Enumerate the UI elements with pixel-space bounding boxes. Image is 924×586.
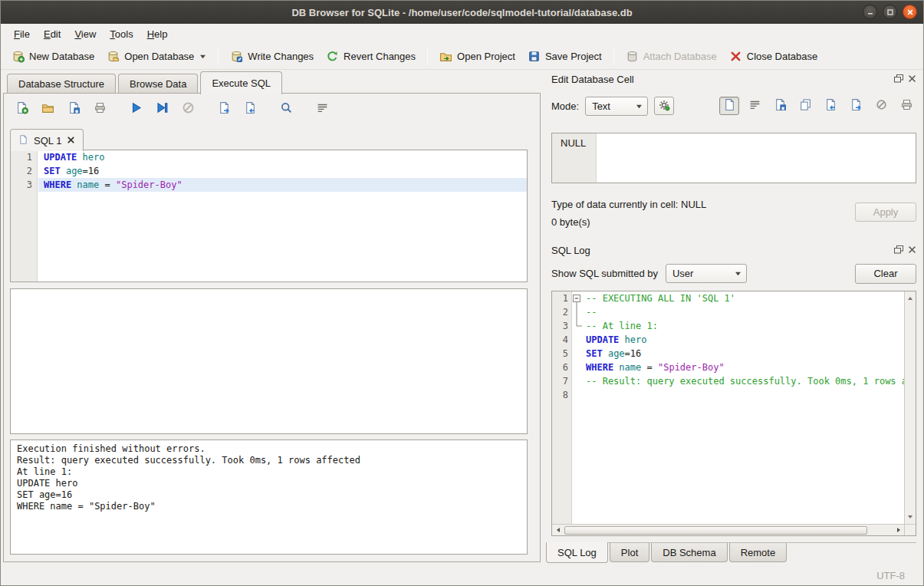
open-sql-file-button[interactable] — [38, 99, 58, 119]
save-sql-file-button[interactable] — [64, 99, 84, 119]
new-database-button[interactable]: New Database — [5, 47, 100, 66]
text-mode-button[interactable] — [719, 97, 739, 115]
open-project-icon — [439, 50, 452, 63]
float-panel-icon[interactable] — [894, 245, 903, 256]
log-filter-select[interactable]: User — [666, 264, 747, 283]
execute-all-button[interactable] — [126, 99, 146, 119]
find-replace-button[interactable] — [276, 99, 297, 119]
close-database-button[interactable]: Close Database — [723, 47, 824, 66]
execute-sql-pane: SQL 1 1UPDATE hero2SET age=163WHERE name… — [3, 93, 541, 562]
close-button[interactable] — [903, 5, 917, 19]
log-line: 1-- EXECUTING ALL IN 'SQL 1' — [552, 291, 904, 305]
fold-mid-icon — [572, 305, 582, 319]
print-cell-button[interactable] — [896, 97, 916, 115]
tab-label: SQL Log — [557, 547, 597, 558]
save-as-button[interactable] — [770, 97, 790, 115]
sql-log-view[interactable]: 1-- EXECUTING ALL IN 'SQL 1'2--3-- At li… — [551, 291, 916, 536]
attach-database-button: Attach Database — [620, 47, 723, 66]
tab-plot[interactable]: Plot — [610, 543, 649, 562]
mode-value: Text — [592, 100, 610, 112]
tab-browse-data[interactable]: Browse Data — [118, 74, 198, 93]
editor-line: 1UPDATE hero — [11, 150, 527, 164]
copy-cell-button[interactable] — [795, 97, 815, 115]
tab-db-schema[interactable]: DB Schema — [651, 543, 727, 562]
scroll-up-icon[interactable] — [905, 293, 916, 304]
tab-remote[interactable]: Remote — [729, 543, 788, 562]
save-project-button[interactable]: Save Project — [521, 47, 608, 66]
execute-current-line-button[interactable] — [152, 99, 173, 119]
word-wrap-cell-button[interactable] — [745, 97, 765, 115]
code-token: hero — [83, 152, 105, 163]
menu-help[interactable]: Help — [140, 26, 175, 42]
scroll-down-icon[interactable] — [905, 512, 916, 522]
fold-start-icon[interactable] — [572, 291, 582, 305]
tab-sql-1[interactable]: SQL 1 — [10, 129, 84, 151]
log-filter-value: User — [672, 268, 693, 279]
close-panel-icon[interactable] — [908, 245, 916, 256]
message-line: SET age=16 — [17, 489, 521, 501]
editor-line: 3WHERE name = "Spider-Boy" — [11, 178, 527, 192]
horizontal-scrollbar[interactable] — [552, 524, 904, 535]
open-project-button[interactable]: Open Project — [433, 47, 521, 66]
word-wrap-button[interactable] — [312, 99, 333, 119]
titlebar[interactable]: DB Browser for SQLite - /home/user/code/… — [1, 1, 923, 24]
log-line: 6WHERE name = "Spider-Boy" — [552, 360, 904, 374]
cell-editor[interactable]: NULL — [551, 133, 916, 183]
close-database-label: Close Database — [747, 51, 818, 62]
maximize-button[interactable] — [883, 5, 897, 19]
write-changes-icon — [230, 50, 243, 63]
save-results-button[interactable] — [214, 99, 235, 119]
close-panel-icon[interactable] — [908, 74, 916, 85]
mode-select[interactable]: Text — [585, 97, 648, 116]
message-line: WHERE name = "Spider-Boy" — [17, 501, 521, 512]
toolbar-separator — [218, 48, 219, 65]
clear-log-button[interactable]: Clear — [855, 264, 916, 284]
open-database-icon — [107, 50, 120, 63]
open-database-button[interactable]: Open Database — [100, 47, 212, 66]
scrollbar-thumb[interactable] — [564, 526, 867, 535]
export-cell-button[interactable] — [846, 97, 866, 115]
menu-view[interactable]: View — [67, 26, 103, 42]
apply-format-button[interactable] — [654, 97, 674, 115]
line-number: 5 — [552, 347, 572, 360]
revert-changes-button[interactable]: Revert Changes — [320, 47, 422, 66]
print-sql-button[interactable] — [90, 99, 110, 119]
open-sql-new-tab-button[interactable] — [12, 99, 32, 119]
menu-file[interactable]: File — [7, 26, 37, 42]
float-panel-icon[interactable] — [894, 74, 903, 85]
results-grid[interactable] — [10, 288, 528, 434]
code-token: -- EXECUTING ALL IN 'SQL 1' — [586, 293, 735, 304]
execution-messages[interactable]: Execution finished without errors.Result… — [10, 440, 528, 555]
import-cell-button[interactable] — [820, 97, 840, 115]
sql-tab-bar: SQL 1 — [10, 127, 528, 150]
scroll-right-icon[interactable] — [893, 525, 904, 535]
code-token: hero — [625, 334, 647, 345]
close-tab-icon[interactable] — [67, 135, 75, 146]
toolbar-separator — [613, 48, 614, 65]
toolbar-separator — [427, 48, 428, 65]
code-token: = — [83, 166, 88, 176]
code-text: -- At line 1: — [582, 319, 904, 333]
code-token: UPDATE — [586, 334, 619, 345]
sql-log-text: 1-- EXECUTING ALL IN 'SQL 1'2--3-- At li… — [552, 291, 904, 524]
code-text: WHERE name = "Spider-Boy" — [582, 360, 904, 374]
export-results-button[interactable] — [240, 99, 261, 119]
sql-editor[interactable]: 1UPDATE hero2SET age=163WHERE name = "Sp… — [10, 150, 528, 282]
write-changes-button[interactable]: Write Changes — [224, 47, 320, 66]
tab-sql-log[interactable]: SQL Log — [546, 542, 608, 563]
set-null-button[interactable] — [871, 97, 891, 115]
left-panel: Database StructureBrowse DataExecute SQL… — [1, 70, 543, 565]
cell-size-info: 0 byte(s) — [551, 216, 706, 228]
tab-database-structure[interactable]: Database Structure — [7, 74, 116, 93]
message-line: Result: query executed successfully. Too… — [17, 455, 521, 466]
menu-edit[interactable]: Edit — [37, 26, 67, 42]
menu-tools[interactable]: Tools — [103, 26, 140, 42]
code-token: SET — [586, 348, 603, 359]
tab-execute-sql[interactable]: Execute SQL — [200, 71, 282, 94]
tab-label: Browse Data — [130, 78, 186, 90]
dropdown-arrow-icon[interactable] — [199, 53, 206, 60]
minimize-button[interactable] — [863, 5, 877, 19]
vertical-scrollbar[interactable] — [904, 291, 916, 524]
log-line: 3-- At line 1: — [552, 319, 904, 333]
scroll-left-icon[interactable] — [552, 525, 564, 535]
